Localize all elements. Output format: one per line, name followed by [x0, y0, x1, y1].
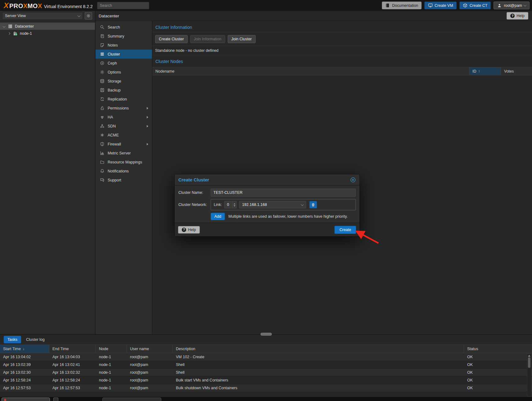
chevron-down-icon[interactable]: [3, 25, 5, 27]
column-header-id[interactable]: ID↑: [469, 67, 501, 75]
stepper-up-icon[interactable]: [234, 203, 235, 204]
column-header-nodename[interactable]: Nodename: [152, 67, 469, 75]
stepper-arrows[interactable]: [232, 201, 236, 208]
column-header-status[interactable]: Status: [464, 345, 532, 353]
column-label: Node: [99, 347, 108, 351]
sidebar-item-label: Replication: [108, 97, 127, 101]
dialog-header[interactable]: Create Cluster: [175, 174, 360, 185]
sidebar-item-acme[interactable]: ACME: [96, 131, 152, 140]
resource-tree-panel: Datacenter node-1: [0, 21, 95, 334]
tab-cluster-log[interactable]: Cluster log: [22, 336, 48, 343]
create-ct-button[interactable]: Create CT: [459, 2, 491, 9]
sidebar-item-label: SDN: [108, 124, 116, 128]
column-header-user-name[interactable]: User name: [127, 345, 173, 353]
sidebar-item-replication[interactable]: Replication: [96, 95, 152, 104]
link-address-combo[interactable]: 192.168.1.168: [239, 201, 306, 208]
user-menu-button[interactable]: root@pam: [494, 2, 530, 9]
column-header-start-time[interactable]: Start Time↓: [0, 345, 49, 353]
tree-item-datacenter[interactable]: Datacenter: [0, 23, 95, 30]
dialog-body: Cluster Name: Cluster Network: Link: 0 1…: [175, 185, 360, 223]
table-row[interactable]: Apr 16 13:04:02 Apr 16 13:04:03 node-1 r…: [0, 353, 532, 361]
create-vm-button[interactable]: Create VM: [424, 2, 457, 9]
sidebar-item-label: Notes: [108, 43, 118, 47]
sidebar-item-search[interactable]: Search: [96, 23, 152, 32]
sidebar-item-cluster[interactable]: Cluster: [96, 50, 152, 59]
unlock-icon: [100, 106, 105, 111]
sidebar-item-metric-server[interactable]: Metric Server: [96, 149, 152, 158]
sidebar-item-support[interactable]: Support: [96, 176, 152, 185]
global-search-input[interactable]: [97, 2, 149, 9]
link-number-value: 0: [225, 203, 232, 207]
column-header-votes[interactable]: Votes: [501, 67, 532, 75]
help-label: Help: [516, 14, 525, 18]
tree-item-label: Datacenter: [15, 24, 34, 29]
sidebar-item-notes[interactable]: Notes: [96, 41, 152, 50]
scroll-up-icon[interactable]: [528, 355, 530, 357]
view-selector[interactable]: Server View: [2, 12, 83, 20]
add-link-button[interactable]: Add: [211, 213, 225, 220]
panel-splitter-handle[interactable]: [261, 333, 272, 336]
taskbar-item[interactable]: [2, 398, 50, 401]
documentation-button[interactable]: Documentation: [382, 2, 422, 9]
gear-icon: [86, 13, 91, 18]
cell-start-time: Apr 16 12:57:53: [0, 386, 49, 390]
table-row[interactable]: Apr 16 13:02:30 Apr 16 13:02:32 node-1 r…: [0, 369, 532, 376]
vertical-scrollbar[interactable]: [527, 354, 531, 396]
cell-status: OK: [464, 378, 532, 382]
sidebar-item-sdn[interactable]: SDN: [96, 122, 152, 131]
sidebar-item-summary[interactable]: Summary: [96, 32, 152, 41]
os-taskbar: [0, 397, 532, 401]
create-ct-label: Create CT: [470, 3, 488, 8]
user-icon: [497, 3, 502, 8]
column-header-node[interactable]: Node: [96, 345, 127, 353]
stepper-down-icon[interactable]: [234, 205, 235, 207]
help-button[interactable]: ? Help: [507, 12, 528, 20]
delete-link-button[interactable]: [309, 201, 317, 208]
version-text: Virtual Environment 8.2.2: [44, 4, 93, 9]
sidebar-item-resource-mappings[interactable]: Resource Mappings: [96, 158, 152, 167]
sidebar-item-permissions[interactable]: Permissions: [96, 104, 152, 113]
dialog-help-button[interactable]: ? Help: [178, 226, 200, 234]
sidebar-item-label: Options: [108, 70, 121, 74]
add-link-hint: Multiple links are used as failover, low…: [228, 214, 348, 219]
table-row[interactable]: Apr 16 13:02:39 Apr 16 13:02:41 node-1 r…: [0, 361, 532, 369]
cell-end-time: Apr 16 13:02:41: [49, 363, 96, 367]
cluster-name-input[interactable]: [211, 189, 356, 197]
sidebar-item-ceph[interactable]: Ceph: [96, 59, 152, 68]
sidebar-item-options[interactable]: Options: [96, 68, 152, 77]
cell-start-time: Apr 16 13:04:02: [0, 355, 49, 359]
tree-settings-button[interactable]: [85, 12, 92, 20]
chevron-right-icon: [147, 116, 148, 118]
link-number-stepper[interactable]: 0: [224, 201, 237, 208]
sidebar-item-notifications[interactable]: Notifications: [96, 167, 152, 176]
column-header-description[interactable]: Description: [173, 345, 464, 353]
sidebar-item-backup[interactable]: Backup: [96, 86, 152, 95]
cluster-information-title: Cluster Information: [152, 21, 532, 32]
taskbar-item[interactable]: [102, 398, 161, 401]
tab-tasks[interactable]: Tasks: [4, 336, 21, 343]
scrollbar-thumb[interactable]: [528, 357, 530, 368]
chevron-right-icon[interactable]: [8, 32, 10, 34]
sidebar-item-label: ACME: [108, 133, 119, 137]
brand-seg: PRO: [9, 2, 23, 9]
table-row[interactable]: Apr 16 12:57:53 Apr 16 12:57:53 node-1 r…: [0, 384, 532, 392]
sidebar-item-ha[interactable]: HA: [96, 113, 152, 122]
create-cluster-button[interactable]: Create Cluster: [155, 35, 188, 43]
sidebar-item-label: Support: [108, 178, 121, 182]
close-icon[interactable]: [350, 177, 356, 183]
sidebar-item-firewall[interactable]: Firewall: [96, 140, 152, 149]
proxmox-logo: X PROXMOX Virtual Environment 8.2.2: [4, 1, 93, 10]
join-information-button: Join Information: [190, 35, 225, 43]
column-label: Votes: [504, 69, 514, 74]
join-cluster-button[interactable]: Join Cluster: [228, 35, 256, 43]
column-header-end-time[interactable]: End Time: [49, 345, 96, 353]
gear-icon: [100, 70, 105, 75]
sidebar-item-storage[interactable]: Storage: [96, 77, 152, 86]
table-row[interactable]: Apr 16 12:58:24 Apr 16 12:58:24 node-1 r…: [0, 376, 532, 384]
cell-start-time: Apr 16 13:02:30: [0, 370, 49, 375]
tree-toolbar: Server View: [0, 11, 95, 21]
tree-item-node-1[interactable]: node-1: [0, 30, 95, 37]
cell-user-name: root@pam: [127, 370, 173, 375]
dialog-create-button[interactable]: Create: [334, 226, 356, 234]
taskbar-item[interactable]: [53, 398, 58, 401]
